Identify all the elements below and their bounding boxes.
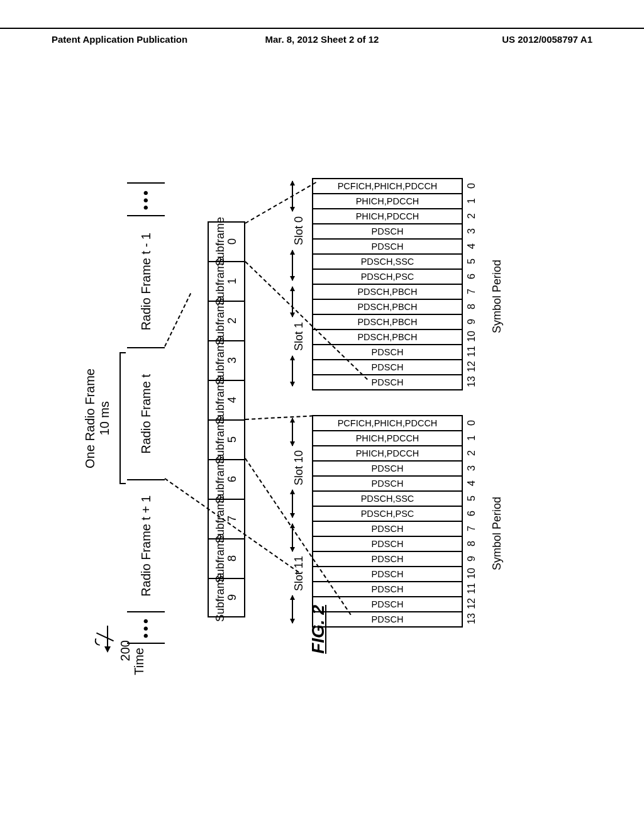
page-header: Patent Application Publication Mar. 8, 2… bbox=[0, 28, 644, 45]
reference-number: 200 bbox=[118, 640, 133, 661]
symbol-index: 11 bbox=[463, 344, 480, 359]
subframe-row: Subframe 0 Subframe 1 Subframe 2 Subfram… bbox=[208, 221, 245, 617]
subframe-cell: Subframe 9 bbox=[208, 578, 245, 617]
symbol-index: 2 bbox=[463, 445, 480, 460]
radio-frame-cells: ••• Radio Frame t - 1 Radio Frame t Radi… bbox=[127, 182, 165, 644]
symbol-cells: PCFICH,PHICH,PDCCH PHICH,PDCCH PHICH,PDC… bbox=[312, 178, 463, 390]
subframe-cell: Subframe 1 bbox=[208, 261, 245, 301]
symbol-index: 11 bbox=[463, 581, 480, 596]
symbol-cell: PDSCH,PSC bbox=[312, 270, 463, 285]
subframe-cell: Subframe 3 bbox=[208, 340, 245, 380]
symbol-index: 0 bbox=[463, 415, 480, 430]
symbol-index: 12 bbox=[463, 359, 480, 374]
time-axis-label: Time bbox=[132, 648, 147, 675]
symbol-cell: PDSCH,PSC bbox=[312, 507, 463, 522]
symbol-cell: PDSCH bbox=[312, 552, 463, 567]
symbol-cell: PDSCH bbox=[312, 537, 463, 552]
arrow-icon bbox=[292, 181, 293, 211]
symbol-index: 0 bbox=[463, 178, 480, 193]
subframe5-symbol-table: Slot 10 Slot 11 PCFICH,PHICH,PDCCH PHICH… bbox=[312, 415, 463, 628]
symbol-cell: PDSCH bbox=[312, 567, 463, 582]
duration-line2: 10 ms bbox=[97, 401, 111, 435]
symbol-cell: PDSCH bbox=[312, 597, 463, 612]
symbol-index: 13 bbox=[463, 374, 480, 389]
radio-frame-cell: Radio Frame t - 1 bbox=[127, 215, 165, 347]
duration-line1: One Radio Frame bbox=[83, 368, 97, 468]
symbol-cell: PDSCH bbox=[312, 345, 463, 360]
symbol-index: 8 bbox=[463, 299, 480, 314]
symbol-index: 1 bbox=[463, 193, 480, 208]
dashed-connector bbox=[164, 293, 191, 346]
symbol-cell: PHICH,PDCCH bbox=[312, 446, 463, 462]
symbol-index: 4 bbox=[463, 475, 480, 490]
subframe-cell: Subframe 4 bbox=[208, 380, 245, 419]
symbol-index: 8 bbox=[463, 536, 480, 551]
ellipsis-icon: ••• bbox=[127, 184, 165, 215]
symbol-index: 10 bbox=[463, 566, 480, 581]
arrow-icon bbox=[292, 595, 293, 623]
arrow-icon bbox=[292, 250, 293, 280]
symbol-cell: PDSCH,PBCH bbox=[312, 330, 463, 345]
symbol-index: 2 bbox=[463, 208, 480, 223]
subframe-cell: Subframe 2 bbox=[208, 301, 245, 340]
header-left: Patent Application Publication bbox=[52, 34, 187, 45]
arrow-icon bbox=[292, 356, 293, 386]
slot-label: Slot 1 bbox=[292, 322, 306, 351]
symbol-cell: PDSCH,SSC bbox=[312, 255, 463, 270]
subframe-cell: Subframe 6 bbox=[208, 459, 245, 499]
slot-labels: Slot 10 Slot 11 bbox=[274, 415, 306, 626]
symbol-index: 13 bbox=[463, 611, 480, 626]
symbol-cell: PDSCH bbox=[312, 375, 463, 390]
slot-labels: Slot 0 Slot 1 bbox=[274, 178, 306, 389]
duration-bracket bbox=[119, 352, 126, 484]
symbol-cell: PDSCH,PBCH bbox=[312, 285, 463, 300]
symbol-cell: PDSCH,PBCH bbox=[312, 315, 463, 330]
radio-frame-duration: One Radio Frame 10 ms bbox=[83, 352, 112, 484]
symbol-cell: PDSCH bbox=[312, 224, 463, 240]
symbol-cell: PDSCH bbox=[312, 522, 463, 537]
symbol-cell: PCFICH,PHICH,PDCCH bbox=[312, 416, 463, 431]
figure-2-diagram: One Radio Frame 10 ms ••• Radio Frame t … bbox=[101, 163, 553, 641]
symbol-cells: PCFICH,PHICH,PDCCH PHICH,PDCCH PHICH,PDC… bbox=[312, 415, 463, 628]
symbol-cell: PHICH,PDCCH bbox=[312, 431, 463, 446]
symbol-cell: PDSCH bbox=[312, 360, 463, 375]
slot-label: Slot 10 bbox=[292, 450, 306, 485]
ellipsis-icon: ••• bbox=[127, 611, 165, 643]
arrow-icon bbox=[292, 287, 293, 317]
symbol-index: 6 bbox=[463, 268, 480, 284]
arrow-icon bbox=[292, 524, 293, 551]
symbol-index: 1 bbox=[463, 430, 480, 445]
radio-frame-cell: Radio Frame t bbox=[127, 347, 165, 479]
slot-label: Slot 11 bbox=[292, 556, 306, 591]
symbol-cell: PDSCH bbox=[312, 462, 463, 477]
symbol-index: 3 bbox=[463, 223, 480, 238]
symbol-index: 5 bbox=[463, 490, 480, 506]
header-center: Mar. 8, 2012 Sheet 2 of 12 bbox=[265, 34, 379, 45]
symbol-cell: PHICH,PDCCH bbox=[312, 209, 463, 224]
subframe-cell: Subframe 8 bbox=[208, 538, 245, 578]
symbol-cell: PCFICH,PHICH,PDCCH bbox=[312, 179, 463, 194]
symbol-index: 6 bbox=[463, 506, 480, 521]
subframe-cell: Subframe 0 bbox=[208, 221, 245, 261]
symbol-cell: PDSCH bbox=[312, 582, 463, 597]
symbol-index: 9 bbox=[463, 551, 480, 566]
subframe-cell: Subframe 7 bbox=[208, 499, 245, 538]
symbol-index-column: 0 1 2 3 4 5 6 7 8 9 10 11 12 13 bbox=[463, 415, 480, 626]
symbol-index: 7 bbox=[463, 284, 480, 299]
symbol-cell: PHICH,PDCCH bbox=[312, 194, 463, 209]
header-right: US 2012/0058797 A1 bbox=[502, 34, 592, 45]
slot-label: Slot 0 bbox=[292, 216, 306, 245]
symbol-period-label: Symbol Period bbox=[491, 260, 504, 333]
symbol-index: 4 bbox=[463, 238, 480, 253]
symbol-cell: PDSCH bbox=[312, 477, 463, 492]
subframe-cell: Subframe 5 bbox=[208, 419, 245, 459]
symbol-cell: PDSCH bbox=[312, 240, 463, 255]
symbol-index: 10 bbox=[463, 329, 480, 344]
symbol-index: 12 bbox=[463, 596, 480, 611]
arrow-icon bbox=[292, 490, 293, 517]
symbol-index: 3 bbox=[463, 460, 480, 475]
symbol-cell: PDSCH bbox=[312, 612, 463, 628]
symbol-index-column: 0 1 2 3 4 5 6 7 8 9 10 11 12 13 bbox=[463, 178, 480, 389]
symbol-cell: PDSCH,SSC bbox=[312, 492, 463, 507]
symbol-index: 9 bbox=[463, 314, 480, 329]
